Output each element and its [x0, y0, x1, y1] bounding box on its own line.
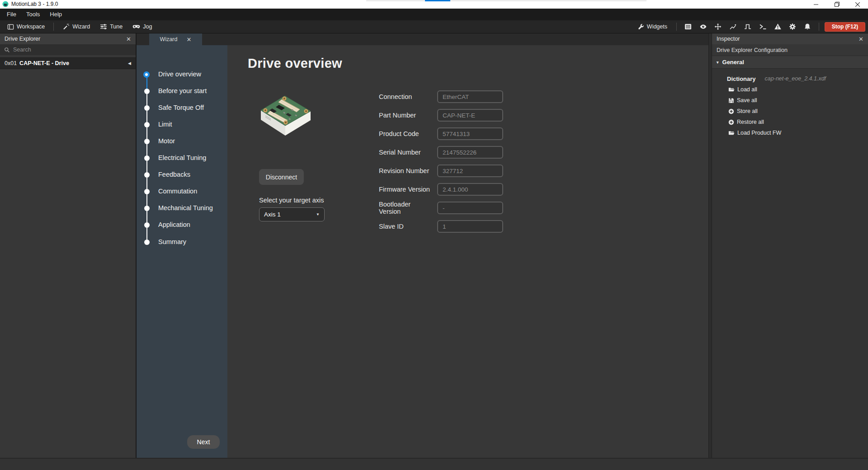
axis-select[interactable]: Axis 1 ▼ — [259, 207, 325, 221]
folder-open-icon — [728, 87, 735, 93]
monitor-watch-button[interactable] — [697, 22, 709, 32]
save-all-button[interactable]: Save all — [712, 95, 868, 106]
drive-explorer-close-icon[interactable]: ✕ — [126, 36, 131, 42]
step-dot — [144, 105, 150, 111]
serial-number-input — [437, 146, 503, 159]
minimize-button[interactable] — [806, 0, 826, 9]
window-title: MotionLab 3 - 1.9.0 — [11, 0, 58, 9]
jog-button[interactable]: Jog — [129, 22, 156, 32]
load-product-fw-button[interactable]: Load Product FW — [712, 127, 868, 138]
save-icon — [728, 98, 734, 103]
signal-generator-button[interactable] — [742, 22, 754, 32]
scope-button[interactable] — [727, 22, 739, 32]
wrench-icon — [637, 24, 644, 30]
registers-table-button[interactable] — [682, 22, 694, 32]
drive-overview-page: Drive overview — [227, 45, 708, 458]
wizard-step-summary[interactable]: Summary — [158, 238, 186, 245]
tune-button[interactable]: Tune — [96, 22, 126, 32]
wizard-step-electrical-tuning[interactable]: Electrical Tuning — [158, 154, 206, 161]
store-all-button[interactable]: Store all — [712, 106, 868, 117]
search-icon — [4, 47, 10, 53]
step-dot — [144, 155, 150, 161]
stop-button[interactable]: Stop (F12) — [825, 22, 865, 32]
inspector-panel: Inspector ✕ Drive Explorer Configuration… — [712, 33, 868, 458]
connection-input — [437, 90, 503, 103]
console-button[interactable] — [757, 22, 769, 32]
drive-explorer-header: Drive Explorer ✕ — [0, 33, 136, 44]
dictionary-filename: cap-net-e_eoe_2.4.1.xdf — [765, 75, 826, 82]
firmware-version-input — [437, 183, 503, 196]
wizard-step-feedbacks[interactable]: Feedbacks — [158, 171, 190, 178]
widgets-button[interactable]: Widgets — [634, 22, 671, 32]
next-button[interactable]: Next — [187, 435, 220, 449]
load-all-button[interactable]: Load all — [712, 84, 868, 95]
tab-close-icon[interactable]: ✕ — [187, 37, 192, 42]
section-general[interactable]: ▾ General — [712, 56, 868, 69]
drive-product-image — [255, 89, 316, 145]
wizard-steps-panel: Drive overview Before your start Safe To… — [137, 45, 227, 458]
wizard-button[interactable]: Wizard — [59, 22, 94, 32]
inspector-header: Inspector ✕ — [712, 33, 868, 44]
settings-button[interactable] — [787, 22, 798, 32]
drive-explorer-panel: Drive Explorer ✕ 0x01 CAP-NET-E - Drive … — [0, 33, 136, 458]
menu-help[interactable]: Help — [45, 9, 67, 20]
status-strip — [0, 458, 868, 470]
wizard-step-mechanical-tuning[interactable]: Mechanical Tuning — [158, 204, 213, 212]
inspector-close-icon[interactable]: ✕ — [859, 36, 863, 42]
collapse-chevron-icon[interactable]: ◀ — [128, 61, 131, 66]
restore-all-button[interactable]: Restore all — [712, 117, 868, 127]
menu-bar: File Tools Help — [0, 9, 868, 20]
tab-wizard[interactable]: Wizard ✕ — [149, 33, 202, 45]
wizard-step-safe-torque-off[interactable]: Safe Torque Off — [158, 104, 204, 111]
wizard-step-limit[interactable]: Limit — [158, 121, 172, 128]
menu-file[interactable]: File — [2, 9, 21, 20]
alerts-button[interactable] — [772, 22, 783, 32]
drive-tree-item[interactable]: 0x01 CAP-NET-E - Drive ◀ — [0, 57, 136, 69]
field-connection: Connection — [379, 90, 434, 103]
step-dot — [144, 139, 150, 144]
field-serial-number: Serial Number — [379, 146, 434, 159]
wizard-step-drive-overview[interactable]: Drive overview — [158, 70, 201, 78]
wizard-step-motor[interactable]: Motor — [158, 137, 175, 145]
revision-number-input — [437, 164, 503, 177]
background-window-edge — [366, 0, 646, 1]
table-icon — [684, 23, 692, 30]
close-button[interactable] — [847, 0, 868, 9]
bootloader-version-input — [437, 202, 503, 214]
bell-icon — [804, 23, 811, 30]
field-product-code: Product Code — [379, 127, 434, 140]
toolbar-divider — [819, 23, 819, 31]
workspace-button[interactable]: Workspace — [4, 22, 48, 32]
terminal-icon — [759, 23, 767, 30]
title-bar: MotionLab 3 - 1.9.0 — [0, 0, 868, 9]
step-dot-active — [143, 71, 150, 78]
field-bootloader-version: Bootloader Version — [379, 202, 434, 214]
plus-circle-icon — [728, 119, 734, 125]
restore-button[interactable] — [826, 0, 847, 9]
motion-move-button[interactable] — [712, 22, 724, 32]
wizard-step-application[interactable]: Application — [158, 221, 190, 228]
step-dot — [144, 189, 150, 194]
notifications-button[interactable] — [802, 22, 813, 32]
gamepad-icon — [132, 23, 140, 30]
tab-strip: Wizard ✕ — [137, 33, 708, 45]
inspector-subtitle: Drive Explorer Configuration — [712, 44, 868, 56]
menu-tools[interactable]: Tools — [21, 9, 45, 20]
step-dot — [144, 206, 150, 211]
search-input[interactable] — [13, 47, 122, 53]
wizard-step-commutation[interactable]: Commutation — [158, 188, 197, 195]
warning-icon — [774, 23, 782, 30]
wizard-step-before-your-start[interactable]: Before your start — [158, 87, 207, 94]
folder-open-icon — [728, 130, 735, 136]
disconnect-button[interactable]: Disconnect — [259, 169, 304, 185]
toolbar: Workspace Wizard Tune — [0, 20, 868, 33]
motionlab-window: MotionLab 3 - 1.9.0 File Tools Help — [0, 0, 868, 470]
sliders-icon — [100, 23, 107, 30]
app-logo-icon — [2, 1, 9, 7]
axis-select-value: Axis 1 — [264, 211, 281, 218]
plus-circle-icon — [728, 108, 734, 114]
part-number-input — [437, 109, 503, 122]
inspector-title: Inspector — [717, 36, 740, 42]
chevron-down-icon: ▼ — [316, 212, 320, 216]
right-splitter[interactable] — [708, 33, 712, 458]
